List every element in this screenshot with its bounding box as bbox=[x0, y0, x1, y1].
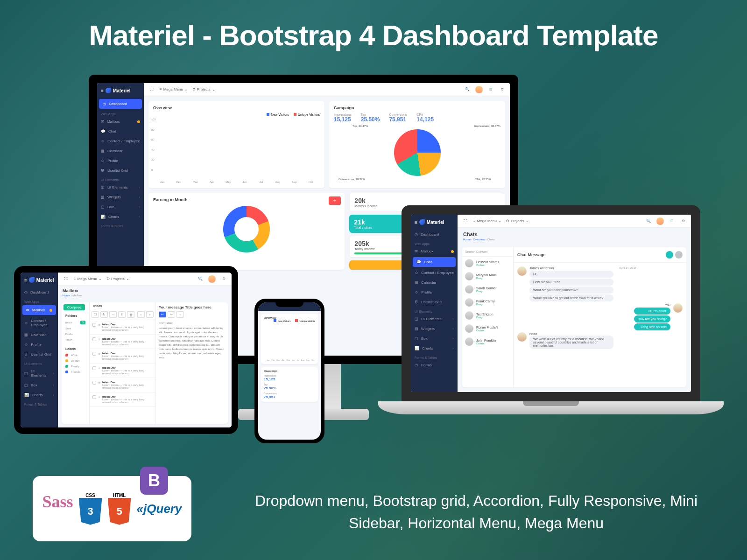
search-contact-input[interactable]: Search Contact bbox=[462, 247, 513, 257]
archive-button[interactable]: ⇩ bbox=[118, 311, 126, 318]
mail-item[interactable]: ☆Inbox DevLorem ipsum — this is a very l… bbox=[90, 392, 155, 407]
sidebar-item-calendar[interactable]: ▦Calendar bbox=[97, 146, 144, 156]
fullscreen-icon[interactable]: ⛶ bbox=[63, 276, 69, 282]
sidebar-item-charts[interactable]: 📊Charts› bbox=[21, 390, 58, 400]
sidebar-item-ui-elements[interactable]: ◫UI Elements› bbox=[21, 366, 58, 380]
add-button[interactable]: + bbox=[329, 196, 341, 205]
gear-icon[interactable]: ⚙ bbox=[220, 276, 227, 282]
mega-menu-dropdown[interactable]: ≡ Mega Menu ⌄ bbox=[160, 87, 188, 91]
search-icon[interactable]: 🔍 bbox=[197, 276, 204, 282]
sidebar-item-charts[interactable]: 📊Charts› bbox=[411, 343, 458, 353]
mail-item[interactable]: ☆Inbox DevLorem ipsum — this is a very l… bbox=[90, 320, 155, 335]
contact-item[interactable]: Maryam AmiriBusy bbox=[462, 270, 513, 283]
mega-menu-dropdown[interactable]: ≡ Mega Menu ⌄ bbox=[473, 219, 501, 223]
select-all-button[interactable]: ☐ bbox=[92, 311, 99, 318]
sidebar-item-dashboard[interactable]: ◷Dashboard bbox=[21, 287, 58, 297]
label-item[interactable]: Family bbox=[62, 364, 89, 369]
sidebar-item-contact[interactable]: ☺Contact / Employee bbox=[21, 316, 58, 330]
reply-all-button[interactable]: ↪ bbox=[168, 311, 175, 318]
compose-button[interactable]: Compose bbox=[63, 304, 85, 310]
brand[interactable]: ≡Materiel bbox=[21, 273, 58, 287]
gear-icon[interactable]: ⚙ bbox=[499, 86, 505, 93]
mail-item[interactable]: ☆Inbox DevLorem ipsum — this is a very l… bbox=[90, 364, 155, 378]
sidebar-item-dashboard[interactable]: ◷Dashboard bbox=[99, 99, 142, 109]
chevron-right-icon: › bbox=[452, 317, 454, 321]
sidebar-item-contact[interactable]: ☺Contact / Employee bbox=[97, 136, 144, 146]
sidebar-item-profile[interactable]: ☺Profile bbox=[411, 287, 458, 297]
calendar-icon: ▦ bbox=[415, 280, 418, 285]
sidebar-item-box[interactable]: ▢Box› bbox=[411, 334, 458, 343]
search-icon[interactable]: 🔍 bbox=[464, 86, 471, 93]
sidebar-item-dashboard[interactable]: ◷Dashboard bbox=[411, 230, 458, 239]
sidebar-item-box[interactable]: ▢Box› bbox=[21, 380, 58, 390]
sidebar-label: Box bbox=[107, 205, 114, 209]
sidebar-item-chat[interactable]: 💬Chat bbox=[413, 257, 456, 267]
mail-item[interactable]: ☆Inbox DevLorem ipsum — this is a very l… bbox=[90, 335, 155, 349]
contact-item[interactable]: Frank CamlyBusy bbox=[462, 296, 513, 309]
projects-dropdown[interactable]: ⚙ Projects ⌄ bbox=[192, 87, 215, 91]
chat-icon: 💬 bbox=[101, 129, 106, 133]
folder-item[interactable]: Drafts bbox=[62, 331, 89, 337]
label-item[interactable]: Work bbox=[62, 352, 89, 358]
menu-icon[interactable]: ≡ bbox=[101, 88, 104, 93]
menu-icon[interactable]: ≡ bbox=[24, 278, 27, 283]
sidebar-item-calendar[interactable]: ▦Calendar bbox=[21, 330, 58, 340]
more-button[interactable]: ⋯ bbox=[109, 311, 117, 318]
avatar[interactable] bbox=[208, 275, 216, 283]
profile-icon: ☺ bbox=[415, 290, 418, 294]
sidebar-item-profile[interactable]: ☺Profile bbox=[21, 340, 58, 350]
brand[interactable]: ≡ Materiel bbox=[97, 83, 144, 98]
delete-button[interactable]: 🗑 bbox=[127, 311, 134, 318]
projects-dropdown[interactable]: ⚙ Projects ⌄ bbox=[506, 219, 529, 223]
chat-action-button[interactable] bbox=[666, 251, 673, 259]
menu-icon[interactable]: ≡ bbox=[415, 220, 417, 225]
next-button[interactable]: › bbox=[146, 311, 154, 318]
apps-icon[interactable]: ⊞ bbox=[669, 218, 675, 224]
sidebar-item-ui-elements[interactable]: ◫UI Elements› bbox=[411, 314, 458, 324]
mail-item[interactable]: ☆Inbox DevLorem ipsum — this is a very l… bbox=[90, 378, 155, 392]
contact-item[interactable]: John FranklinOnline bbox=[462, 335, 513, 348]
sidebar-item-box[interactable]: ▢Box› bbox=[97, 202, 144, 212]
mail-item[interactable]: ☆Inbox DevLorem ipsum — this is a very l… bbox=[90, 349, 155, 364]
sidebar-item-mailbox[interactable]: ✉Mailbox bbox=[22, 305, 56, 315]
avatar[interactable] bbox=[656, 217, 664, 225]
folder-item[interactable]: Trash bbox=[62, 337, 89, 343]
sidebar-item-mailbox[interactable]: ✉Mailbox bbox=[411, 246, 458, 256]
avatar[interactable] bbox=[475, 86, 483, 93]
brand[interactable]: ≡Materiel bbox=[411, 215, 458, 230]
sidebar-item-ui-elements[interactable]: ◫UI Elements› bbox=[97, 182, 144, 192]
gear-icon[interactable]: ⚙ bbox=[680, 218, 686, 224]
contact-item[interactable]: Hossein ShamsOnline bbox=[462, 257, 513, 270]
refresh-button[interactable]: ↻ bbox=[100, 311, 108, 318]
sidebar-item-charts[interactable]: 📊Charts› bbox=[97, 212, 144, 222]
search-icon[interactable]: 🔍 bbox=[645, 218, 652, 224]
projects-dropdown[interactable]: ⚙ Projects ⌄ bbox=[106, 277, 129, 281]
sidebar-item-contact[interactable]: ☺Contact / Employee bbox=[411, 268, 458, 278]
folder-item[interactable]: Sent bbox=[62, 326, 89, 331]
chat-action-button[interactable] bbox=[675, 251, 683, 259]
reply-button[interactable]: ↩ bbox=[159, 311, 166, 318]
fullscreen-icon[interactable]: ⛶ bbox=[462, 218, 469, 224]
fullscreen-icon[interactable]: ⛶ bbox=[148, 86, 155, 93]
sidebar-item-mailbox[interactable]: ✉Mailbox bbox=[97, 117, 144, 126]
contact-item[interactable]: Ted EricsonBusy bbox=[462, 309, 513, 322]
folder-item[interactable]: Inbox3 bbox=[62, 319, 89, 326]
sidebar-item-calendar[interactable]: ▦Calendar bbox=[411, 278, 458, 287]
apps-icon[interactable]: ⊞ bbox=[487, 86, 494, 93]
sidebar-item-profile[interactable]: ☺Profile bbox=[97, 156, 144, 166]
contact-item[interactable]: Sarah ConnerBusy bbox=[462, 283, 513, 296]
sidebar-item-userlist[interactable]: ⛨Userlist Grid bbox=[411, 297, 458, 307]
forward-button[interactable]: → bbox=[176, 311, 184, 318]
prev-button[interactable]: ‹ bbox=[137, 311, 145, 318]
contact-item[interactable]: Ronan MostaféOnline bbox=[462, 322, 513, 335]
sidebar-item-forms[interactable]: ▭Forms bbox=[411, 360, 458, 370]
sidebar-item-widgets[interactable]: ▧Widgets› bbox=[97, 192, 144, 202]
sidebar-item-userlist[interactable]: ⛨Userlist Grid bbox=[21, 350, 58, 359]
sidebar-item-chat[interactable]: 💬Chat bbox=[97, 126, 144, 136]
label-item[interactable]: Friends bbox=[62, 369, 89, 375]
mega-menu-dropdown[interactable]: ≡ Mega Menu ⌄ bbox=[74, 277, 102, 281]
sidebar-label: Widgets bbox=[107, 195, 121, 199]
sidebar-item-userlist[interactable]: ⛨Userlist Grid bbox=[97, 166, 144, 175]
label-item[interactable]: Design bbox=[62, 358, 89, 364]
sidebar-item-widgets[interactable]: ▧Widgets› bbox=[411, 324, 458, 334]
